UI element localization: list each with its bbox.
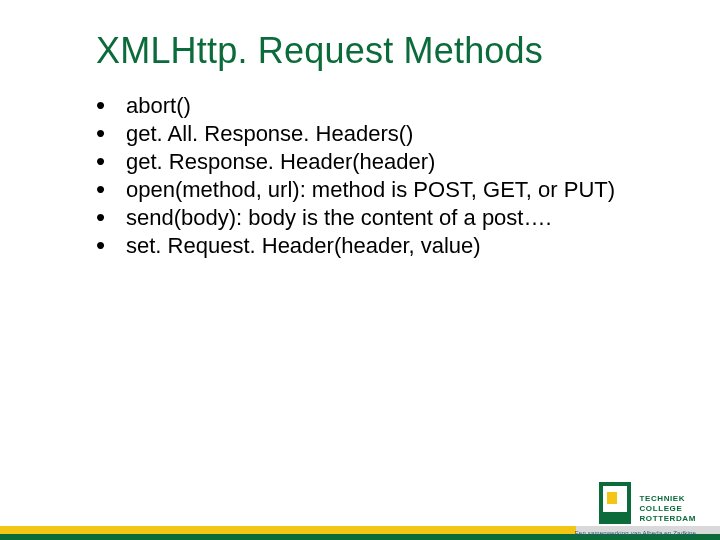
logo-text: TECHNIEK COLLEGE ROTTERDAM	[639, 494, 696, 524]
bullet-text: get. All. Response. Headers()	[126, 120, 640, 148]
bullet-text: set. Request. Header(header, value)	[126, 232, 640, 260]
bullet-text: get. Response. Header(header)	[126, 148, 640, 176]
footer-bar-yellow	[0, 526, 576, 534]
list-item: • set. Request. Header(header, value)	[96, 232, 640, 260]
slide-title: XMLHttp. Request Methods	[96, 30, 543, 72]
bullet-text: abort()	[126, 92, 640, 120]
slide-content: • abort() • get. All. Response. Headers(…	[96, 92, 640, 260]
logo-line-3: ROTTERDAM	[639, 514, 696, 524]
bullet-icon: •	[96, 120, 126, 146]
logo-line-2: COLLEGE	[639, 504, 696, 514]
logo-subtext: Een samenwerking van Albeda en Zadkine	[575, 530, 696, 536]
bullet-icon: •	[96, 176, 126, 202]
bullet-icon: •	[96, 92, 126, 118]
list-item: • abort()	[96, 92, 640, 120]
list-item: • get. All. Response. Headers()	[96, 120, 640, 148]
logo-line-1: TECHNIEK	[639, 494, 696, 504]
slide-footer: TECHNIEK COLLEGE ROTTERDAM Een samenwerk…	[0, 474, 720, 540]
logo-mark-icon	[599, 482, 631, 524]
list-item: • send(body): body is the content of a p…	[96, 204, 640, 232]
bullet-icon: •	[96, 204, 126, 230]
logo: TECHNIEK COLLEGE ROTTERDAM	[599, 476, 696, 524]
bullet-list: • abort() • get. All. Response. Headers(…	[96, 92, 640, 260]
bullet-icon: •	[96, 232, 126, 258]
bullet-text: open(method, url): method is POST, GET, …	[126, 176, 640, 204]
bullet-icon: •	[96, 148, 126, 174]
bullet-text: send(body): body is the content of a pos…	[126, 204, 640, 232]
slide: XMLHttp. Request Methods • abort() • get…	[0, 0, 720, 540]
list-item: • get. Response. Header(header)	[96, 148, 640, 176]
list-item: • open(method, url): method is POST, GET…	[96, 176, 640, 204]
